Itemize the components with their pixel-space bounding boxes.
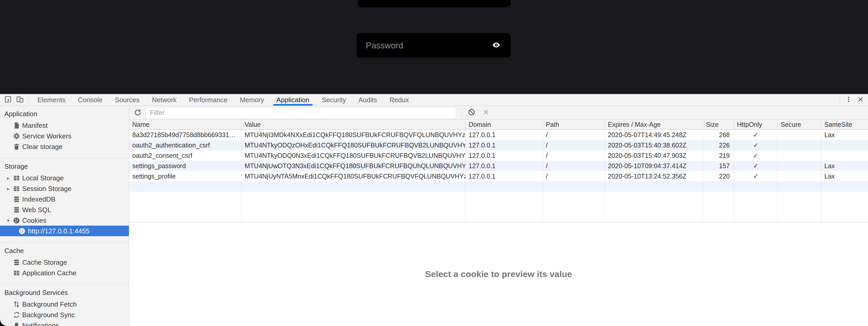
cell-value: MTU4NjUyNTA5MnxEdi1CQkFFQ180SUFBUkFCRUFB… [242, 171, 466, 181]
sidebar-item-http-127-0-0-1-4455[interactable]: http://127.0.0.1:4455 [0, 226, 129, 236]
sidebar-item-indexeddb[interactable]: IndexedDB [0, 194, 129, 205]
cell-value: MTU4NTkyODQ0N3xEdi1CQkFFQ180SUFBUkFCRUFB… [242, 150, 466, 161]
cell-httponly: ✓ [734, 140, 778, 150]
devtools-body: ApplicationManifestService WorkersClear … [0, 106, 868, 326]
cookie-row-settings-profile[interactable]: settings_profileMTU4NjUyNTA5MnxEdi1CQkFF… [129, 171, 868, 181]
toggle-password-visibility-button[interactable] [491, 40, 502, 51]
sidebar-item-label: Notifications [22, 321, 59, 326]
sidebar-item-local-storage[interactable]: ▸Local Storage [0, 172, 129, 183]
devtools-close-button[interactable] [855, 94, 866, 106]
updown-icon [13, 301, 20, 308]
tab-application[interactable]: Application [270, 94, 315, 106]
bell-icon [13, 322, 20, 326]
tab-redux[interactable]: Redux [383, 94, 415, 106]
column-separator [703, 130, 703, 222]
cookie-filter-input[interactable] [146, 108, 456, 118]
sidebar-item-cache-storage[interactable]: Cache Storage [0, 257, 129, 268]
sidebar-item-label: Web SQL [22, 206, 51, 214]
tab-security[interactable]: Security [316, 94, 352, 106]
chevron-expanded-icon[interactable]: ▾ [7, 217, 9, 223]
column-header-samesite[interactable]: SameSite [821, 120, 868, 129]
column-header-value[interactable]: Value [242, 120, 466, 129]
tab-sources[interactable]: Sources [109, 94, 146, 106]
column-separator [821, 130, 821, 222]
cell-size: 220 [703, 171, 734, 181]
application-sidebar: ApplicationManifestService WorkersClear … [0, 106, 129, 326]
sidebar-item-label: Session Storage [22, 185, 71, 192]
cell-httponly: ✓ [734, 161, 778, 171]
login-field-cropped[interactable] [358, 0, 511, 7]
sidebar-item-cookies[interactable]: ▾Cookies [0, 215, 129, 226]
cell-path: / [543, 150, 605, 161]
show-blocked-cookies-button[interactable] [467, 108, 476, 117]
tab-audits[interactable]: Audits [352, 94, 383, 106]
cell-samesite [821, 140, 868, 150]
device-toolbar-button[interactable] [14, 94, 26, 106]
cell-size: 226 [703, 140, 734, 150]
refresh-icon [134, 108, 142, 117]
cookie-row-settings-password[interactable]: settings_passwordMTU4NjUwOTQ3N3xEdi1CQkF… [129, 161, 868, 171]
cell-name: settings_password [129, 161, 242, 171]
devtools-menu-button[interactable] [843, 94, 855, 106]
devtools-tabs: ElementsConsoleSourcesNetworkPerformance… [31, 94, 415, 106]
cell-samesite: Lax [821, 161, 868, 171]
inspect-element-button[interactable] [2, 94, 14, 106]
kebab-menu-icon [845, 96, 852, 104]
sidebar-item-notifications[interactable]: Notifications [0, 320, 129, 326]
chevron-collapsed-icon[interactable]: ▸ [7, 186, 9, 191]
sidebar-item-clear-storage[interactable]: Clear storage [0, 141, 129, 152]
cookie-row-oauth2-authentication-csrf[interactable]: oauth2_authentication_csrfMTU4NTkyODQzOH… [129, 140, 868, 150]
column-header-domain[interactable]: Domain [466, 120, 543, 129]
clear-cookies-button[interactable] [482, 108, 490, 117]
cookie-table-header: NameValueDomainPathExpires / Max-AgeSize… [129, 120, 868, 130]
chevron-collapsed-icon[interactable]: ▸ [7, 175, 9, 181]
column-header-path[interactable]: Path [543, 120, 605, 129]
empty-row [129, 181, 868, 192]
cookie-row-oauth2-consent-csrf[interactable]: oauth2_consent_csrfMTU4NTkyODQ0N3xEdi1CQ… [129, 150, 868, 161]
web-page-dark-region [0, 0, 868, 94]
cell-path: / [543, 140, 605, 150]
database-icon [13, 206, 20, 213]
gear-icon [13, 133, 20, 140]
cell-httponly: ✓ [734, 150, 778, 161]
tab-elements[interactable]: Elements [31, 94, 71, 106]
cell-path: / [543, 161, 605, 171]
cookie-row-8a3d27185b49d7758d8bb669331[interactable]: 8a3d27185b49d7758d8bb669331…MTU4NjI3MDk4… [129, 130, 868, 140]
column-header-expires-max-age[interactable]: Expires / Max-Age [605, 120, 703, 129]
cell-samesite: Lax [821, 171, 868, 181]
column-header-httponly[interactable]: HttpOnly [734, 120, 778, 129]
device-toolbar-icon [16, 96, 24, 104]
sidebar-item-label: Local Storage [22, 174, 64, 182]
tab-performance[interactable]: Performance [183, 94, 234, 106]
inspect-cursor-icon [4, 96, 12, 104]
refresh-button[interactable] [133, 108, 142, 117]
sidebar-item-background-sync[interactable]: Background Sync [0, 309, 129, 320]
column-separator [542, 130, 543, 222]
sidebar-item-manifest[interactable]: Manifest [0, 120, 129, 131]
sidebar-item-label: Clear storage [22, 142, 63, 151]
trash-icon [13, 143, 20, 150]
cell-expires: 2020-05-03T15:40:47.903Z [605, 150, 703, 161]
column-header-size[interactable]: Size [703, 120, 734, 129]
tab-console[interactable]: Console [71, 94, 108, 106]
column-header-secure[interactable]: Secure [778, 120, 821, 129]
sidebar-item-label: Cookies [22, 216, 46, 224]
cell-value: MTU4NjUwOTQ3N3xEdi1CQkFFQ180SUFBUkFCRUFB… [242, 161, 466, 171]
sidebar-item-session-storage[interactable]: ▸Session Storage [0, 183, 129, 194]
sidebar-item-web-sql[interactable]: Web SQL [0, 205, 129, 215]
tab-memory[interactable]: Memory [234, 94, 270, 106]
sidebar-item-label: Application Cache [22, 269, 76, 277]
column-header-name[interactable]: Name [129, 120, 242, 129]
cell-secure [778, 140, 821, 150]
password-field[interactable] [356, 40, 491, 51]
sidebar-item-background-fetch[interactable]: Background Fetch [0, 299, 129, 309]
sidebar-item-application-cache[interactable]: Application Cache [0, 268, 129, 278]
cell-secure [778, 130, 821, 140]
cell-httponly: ✓ [734, 171, 778, 181]
tab-network[interactable]: Network [146, 94, 183, 106]
cookie-preview-message: Select a cookie to preview its value [425, 269, 572, 279]
sidebar-item-service-workers[interactable]: Service Workers [0, 131, 129, 141]
file-icon [13, 122, 20, 129]
table-icon [13, 174, 20, 182]
cell-samesite [821, 150, 868, 161]
